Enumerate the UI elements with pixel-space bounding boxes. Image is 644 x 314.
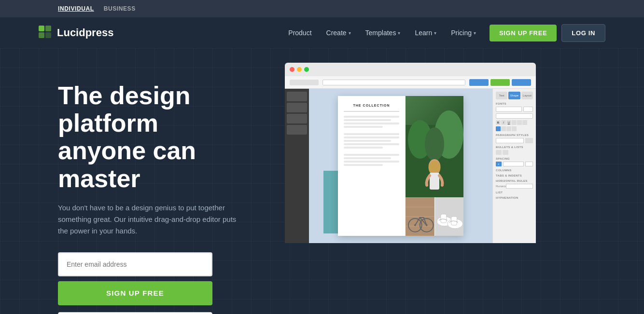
hero-signup-button[interactable]: SIGN UP FREE (58, 281, 212, 305)
doc-text-line (344, 164, 383, 166)
browser-chrome (285, 63, 536, 76)
panel-paragraph-label: Paragraph Styles (496, 134, 533, 137)
browser-close-dot (290, 67, 294, 72)
woman-illustration (406, 96, 463, 197)
runaround-dropdown[interactable] (506, 184, 533, 189)
editor-right-panel: Text Shape Layout Fonts B (492, 89, 536, 243)
nav-learn[interactable]: Learn ▾ (409, 25, 442, 41)
editor-left-sidebar (285, 89, 309, 243)
paragraph-size-input[interactable] (525, 138, 533, 143)
nav-create[interactable]: Create ▾ (321, 25, 357, 41)
align-justify-button[interactable] (512, 126, 517, 131)
nav-pricing[interactable]: Pricing ▾ (445, 25, 482, 41)
nav-product[interactable]: Product (282, 25, 317, 41)
browser-url-bar[interactable] (322, 80, 465, 85)
editor-mockup: THE COLLECTION (285, 63, 536, 243)
publish-btn[interactable] (469, 79, 489, 86)
doc-text-line (344, 126, 383, 128)
doc-title: THE COLLECTION (344, 104, 399, 107)
nav-templates[interactable]: Templates ▾ (360, 25, 406, 41)
navbar: Lucidpress Product Create ▾ Templates ▾ … (0, 17, 644, 48)
doc-text-line (344, 116, 399, 118)
hero-right: THE COLLECTION (270, 48, 644, 314)
lucidpress-logo-icon (39, 26, 53, 40)
logo[interactable]: Lucidpress (39, 26, 113, 40)
learn-chevron-icon: ▾ (434, 30, 436, 36)
topbar-individual[interactable]: INDIVIDUAL (58, 5, 94, 12)
panel-tab-layout[interactable]: Layout (521, 92, 533, 99)
superscript-button[interactable] (517, 120, 522, 125)
panel-font-row (496, 107, 533, 112)
templates-chevron-icon: ▾ (398, 30, 400, 36)
panel-hyphenation-label: Hyphenation (496, 196, 533, 199)
doc-text-line (344, 161, 399, 163)
svg-rect-21 (440, 214, 446, 223)
doc-text-line (344, 140, 391, 142)
doc-text-line (344, 143, 399, 145)
editor-tools (285, 89, 309, 137)
strikethrough-button[interactable] (512, 120, 517, 125)
document-page: THE COLLECTION (338, 96, 463, 236)
hero-headline: The design platform anyone can master (58, 82, 241, 192)
bold-button[interactable]: B (496, 120, 501, 125)
doc-bottom-photos (406, 197, 463, 236)
shoes-photo (435, 197, 464, 236)
doc-text-line (344, 157, 391, 159)
browser-minimize-dot (297, 67, 302, 72)
panel-bullet-buttons (496, 150, 533, 155)
paragraph-style-input[interactable] (496, 138, 524, 143)
tool-item[interactable] (287, 114, 307, 123)
hero-subtext: You don't have to be a design genius to … (58, 202, 241, 237)
tool-item[interactable] (287, 125, 307, 135)
panel-tab-text[interactable]: Text (496, 92, 507, 99)
tool-item[interactable] (287, 92, 307, 101)
panel-font-style-row (496, 113, 533, 119)
panel-tabs-indents-label: Tabs & Indents (496, 174, 533, 177)
italic-button[interactable]: I (501, 120, 506, 125)
font-family-input[interactable] (496, 107, 522, 112)
panel-spacing-row: ≡ (496, 162, 533, 166)
svg-rect-2 (39, 32, 44, 38)
share-btn[interactable] (490, 79, 510, 86)
doc-text-line (344, 147, 383, 149)
bullet-list-button[interactable] (496, 150, 502, 155)
subscript-button[interactable] (522, 120, 527, 125)
runaround-label: Runaround (496, 185, 504, 188)
line-spacing-input[interactable] (503, 162, 524, 166)
panel-list-label: List (496, 191, 533, 194)
panel-fonts-label: Fonts (496, 102, 533, 105)
svg-point-7 (425, 127, 444, 161)
line-spacing-value[interactable] (525, 162, 533, 166)
editor-canvas: THE COLLECTION (309, 89, 492, 243)
pricing-chevron-icon: ▾ (474, 30, 476, 36)
nav-login-button[interactable]: LOG IN (561, 24, 605, 42)
tool-item[interactable] (287, 103, 307, 112)
align-left-button[interactable] (496, 126, 501, 131)
underline-button[interactable]: U (506, 120, 511, 125)
panel-runaround-row: Runaround (496, 184, 533, 189)
panel-horizontal-rules-label: Horizontal Rules (496, 179, 533, 182)
topbar-business[interactable]: BUSINESS (104, 5, 136, 12)
svg-rect-9 (430, 173, 439, 190)
email-input[interactable] (58, 252, 212, 276)
doc-right-column (406, 96, 463, 236)
editor-body: THE COLLECTION (285, 89, 536, 243)
doc-photo-shoes (435, 197, 464, 236)
browser-toolbar (285, 76, 536, 89)
comment-btn[interactable] (512, 79, 531, 86)
panel-tab-shape[interactable]: Shape (508, 92, 520, 99)
google-signin-button[interactable]: OR SIGN IN WITH GOOGLE (58, 312, 212, 314)
nav-right: Product Create ▾ Templates ▾ Learn ▾ Pri… (282, 24, 605, 42)
panel-align-buttons (496, 126, 533, 131)
font-style-input[interactable] (496, 113, 533, 119)
font-size-input[interactable] (523, 107, 533, 112)
panel-tabs: Text Shape Layout (496, 92, 533, 99)
svg-rect-19 (435, 197, 464, 235)
numbered-list-button[interactable] (503, 150, 508, 155)
browser-address-bar (290, 80, 319, 85)
panel-columns-label: Columns (496, 169, 533, 172)
nav-signup-button[interactable]: SIGN UP FREE (490, 25, 557, 41)
panel-format-buttons: B I U (496, 120, 533, 125)
align-right-button[interactable] (506, 126, 511, 131)
align-center-button[interactable] (501, 126, 506, 131)
